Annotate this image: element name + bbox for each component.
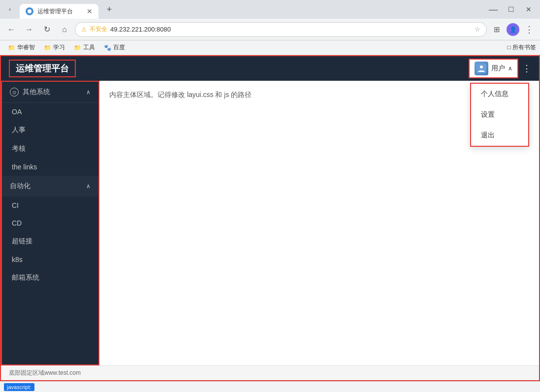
tab-close-button[interactable]: ✕ xyxy=(87,7,93,15)
tab-title: 运维管理平台 xyxy=(37,7,73,16)
user-chevron-icon: ∧ xyxy=(508,65,512,72)
svg-point-2 xyxy=(480,65,483,68)
dropdown-item-settings[interactable]: 设置 xyxy=(471,104,528,125)
toolbar: ← → ↻ ⌂ ⚠ 不安全 49.232.221.200:8080 ☆ ⊞ 👤 … xyxy=(0,19,540,40)
app-header: 运维管理平台 用户 ∧ ⋮ xyxy=(1,56,539,81)
footer-text: 底部固定区域www.test.com xyxy=(9,369,81,377)
security-warning-icon: ⚠ xyxy=(81,26,87,33)
dropdown-item-profile[interactable]: 个人信息 xyxy=(471,84,528,104)
sidebar-item-hr[interactable]: 人事 xyxy=(2,121,98,139)
sidebar-automation-sub-items: CI CD 超链接 k8s 邮箱系统 xyxy=(2,196,98,287)
home-button[interactable]: ⌂ xyxy=(57,22,72,37)
tab-back-arrow[interactable]: ‹ xyxy=(4,3,16,15)
sidebar-item-k8s[interactable]: k8s xyxy=(2,251,98,268)
sidebar-item-oa[interactable]: OA xyxy=(2,103,98,121)
user-dropdown: 个人信息 设置 退出 xyxy=(470,83,529,147)
minimize-button[interactable]: — xyxy=(486,2,501,17)
svg-point-0 xyxy=(28,9,32,13)
app-footer: 底部固定区域www.test.com xyxy=(1,365,539,380)
sidebar-item-hyperlink[interactable]: 超链接 xyxy=(2,232,98,251)
sidebar-item-the-links[interactable]: the links xyxy=(2,158,98,176)
bookmark-label: 华睿智 xyxy=(17,43,35,52)
tab-bar: 运维管理平台 ✕ xyxy=(20,0,98,19)
app-title: 运维管理平台 xyxy=(9,60,76,77)
section-icon: ⊙ xyxy=(10,88,19,97)
address-right-icons: ☆ xyxy=(475,26,480,33)
profile-icon[interactable]: 👤 xyxy=(507,23,519,36)
sidebar-item-mail[interactable]: 邮箱系统 xyxy=(2,268,98,287)
sidebar-section-other: ⊙ 其他系统 ∧ OA 人事 考核 xyxy=(2,82,98,176)
bookmark-baidu[interactable]: 🐾 百度 xyxy=(100,42,129,53)
reload-button[interactable]: ↻ xyxy=(39,22,54,37)
sidebar-automation-header[interactable]: 自动化 ∧ xyxy=(2,176,98,196)
bookmark-study[interactable]: 📁 学习 xyxy=(40,42,69,53)
sidebar-section-header[interactable]: ⊙ 其他系统 ∧ xyxy=(2,82,98,103)
close-button[interactable]: ✕ xyxy=(521,2,536,17)
bookmark-tools[interactable]: 📁 工具 xyxy=(70,42,99,53)
maximize-button[interactable]: ☐ xyxy=(504,2,518,17)
more-options-button[interactable]: ⋮ xyxy=(522,23,536,36)
baidu-icon: 🐾 xyxy=(104,44,111,51)
new-tab-button[interactable]: + xyxy=(102,2,116,16)
security-label: 不安全 xyxy=(90,25,107,33)
forward-button[interactable]: → xyxy=(22,22,36,37)
bookmark-label: 学习 xyxy=(53,43,65,52)
folder-icon: 📁 xyxy=(74,44,81,51)
app-container: 运维管理平台 用户 ∧ ⋮ ⊙ 其他系统 xyxy=(0,55,540,381)
address-bar[interactable]: ⚠ 不安全 49.232.221.200:8080 ☆ xyxy=(75,22,487,37)
browser-window: ‹ 运维管理平台 ✕ + — ☐ ✕ ← → ↻ ⌂ ⚠ 不安全 49.232.… xyxy=(0,0,540,392)
header-right: 用户 ∧ ⋮ xyxy=(469,59,531,78)
title-bar: ‹ 运维管理平台 ✕ + — ☐ ✕ xyxy=(0,0,540,19)
bookmark-huaruizhi[interactable]: 📁 华睿智 xyxy=(4,42,39,53)
bookmark-label: 工具 xyxy=(83,43,95,52)
header-more-icon[interactable]: ⋮ xyxy=(522,63,531,74)
section-chevron-icon: ∧ xyxy=(86,89,91,96)
tab-favicon xyxy=(26,7,33,15)
extensions-button[interactable]: ⊞ xyxy=(490,23,504,36)
sidebar-menu: OA 人事 考核 the links xyxy=(2,103,98,176)
content-hint: 内容主体区域。记得修改 layui.css 和 js 的路径 xyxy=(109,91,529,99)
sidebar-item-cd[interactable]: CD xyxy=(2,214,98,232)
status-text: javascript: xyxy=(4,383,34,391)
sidebar: ⊙ 其他系统 ∧ OA 人事 考核 xyxy=(1,81,99,365)
bookmark-label: 百度 xyxy=(113,43,125,52)
user-avatar xyxy=(475,62,488,75)
sidebar-item-review[interactable]: 考核 xyxy=(2,139,98,158)
back-button[interactable]: ← xyxy=(4,22,19,37)
automation-chevron-icon: ∧ xyxy=(86,183,91,190)
bookmarks-bar: 📁 华睿智 📁 学习 📁 工具 🐾 百度 □ 所有书签 xyxy=(0,40,540,55)
user-menu-button[interactable]: 用户 ∧ xyxy=(469,59,518,78)
dropdown-item-logout[interactable]: 退出 xyxy=(471,125,528,146)
folder-icon: 📁 xyxy=(44,44,51,51)
all-bookmarks-button[interactable]: □ 所有书签 xyxy=(507,43,536,52)
active-tab[interactable]: 运维管理平台 ✕ xyxy=(20,4,98,19)
folder-icon: 📁 xyxy=(8,44,15,51)
bookmark-star-icon[interactable]: ☆ xyxy=(475,26,480,33)
automation-label: 自动化 xyxy=(10,182,31,191)
address-text: 49.232.221.200:8080 xyxy=(110,26,171,33)
user-name-label: 用户 xyxy=(491,64,505,73)
section-label: 其他系统 xyxy=(23,88,50,97)
app-body: ⊙ 其他系统 ∧ OA 人事 考核 xyxy=(1,81,539,365)
sidebar-item-ci[interactable]: CI xyxy=(2,196,98,214)
status-bar: javascript: xyxy=(0,381,540,392)
